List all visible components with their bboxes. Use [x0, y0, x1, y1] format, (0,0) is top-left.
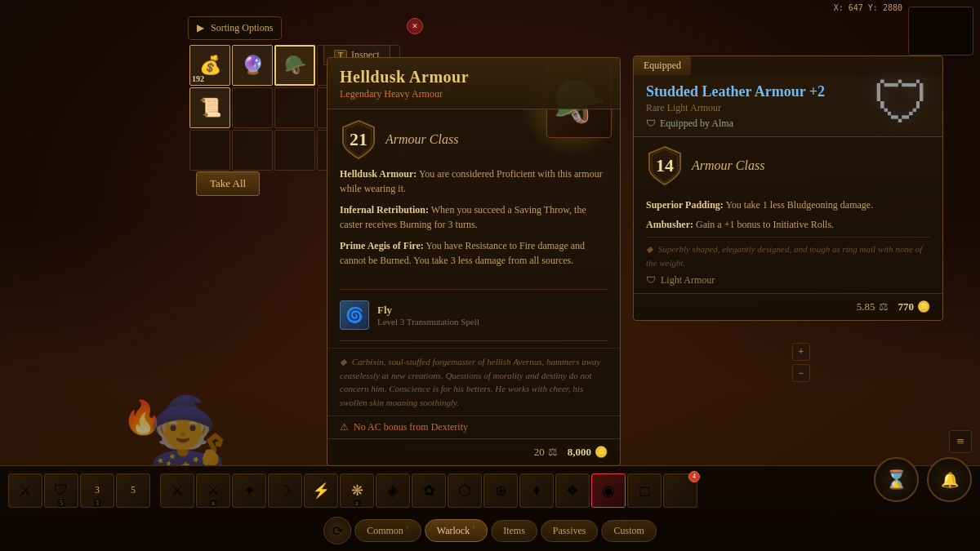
- item-panel-helldusk: 🪖 Helldusk Armour Legendary Heavy Armour…: [327, 57, 621, 466]
- grid-cell-empty3[interactable]: [232, 87, 273, 128]
- warning-icon: ⚠: [340, 421, 349, 433]
- item-type: Legendary Heavy Armour: [340, 88, 608, 100]
- armour-tag-row: 🛡 Light Armour: [646, 274, 930, 287]
- skill-left-2[interactable]: 🛡5: [44, 473, 78, 508]
- sorting-options-panel[interactable]: ▶ Sorting Options: [188, 16, 282, 40]
- skill-main-2[interactable]: ⚔x: [196, 473, 230, 508]
- skill-main-5[interactable]: ⚡: [304, 473, 338, 508]
- equipped-gold: 770 🪙: [898, 300, 931, 313]
- skill-left-4[interactable]: 5: [116, 473, 150, 508]
- item-header: Helldusk Armour Legendary Heavy Armour: [327, 58, 620, 109]
- armour-tag-icon: 🛡: [646, 274, 656, 287]
- spell-subtype: Level 3 Transmutation Spell: [377, 317, 479, 327]
- equipped-description: Superior Padding: You take 1 less Bludge…: [646, 198, 930, 232]
- spell-icon-fly: 🌀: [340, 300, 369, 330]
- sorting-label: Sorting Options: [211, 22, 273, 33]
- skill-badge: 4: [688, 471, 700, 482]
- ambusher-text: Ambusher: Gain a +1 bonus to Initiative …: [646, 217, 930, 232]
- tab-items[interactable]: Items: [491, 520, 537, 542]
- skill-main-6[interactable]: ❋z: [340, 473, 374, 508]
- equipped-footer: 5.85 ⚖ 770 🪙: [634, 293, 942, 320]
- tab-warlock[interactable]: Warlock ↑: [425, 519, 488, 542]
- grid-cell-scroll[interactable]: 📜: [189, 87, 230, 128]
- bottom-right-controls: ⌛ 🔔: [874, 457, 972, 502]
- divider2: [340, 340, 608, 341]
- equipped-weight-icon: ⚖: [879, 300, 889, 313]
- grid-cell-empty7[interactable]: [189, 130, 230, 171]
- tab-icon-cycle[interactable]: ⟳: [323, 517, 351, 544]
- equipped-panel: Equipped 🛡 Studded Leather Armour +2 Rar…: [633, 56, 943, 321]
- skill-main-3[interactable]: ✦: [232, 473, 266, 508]
- weight-icon: ⚖: [548, 446, 558, 459]
- grid-cell-empty8[interactable]: [232, 130, 273, 171]
- scroll-plus-button[interactable]: +: [792, 343, 810, 361]
- skill-main-11[interactable]: ♦: [519, 473, 554, 508]
- tab-custom[interactable]: Custom: [602, 520, 657, 542]
- hourglass-icon: ⌛: [885, 469, 907, 491]
- tab-common[interactable]: Common ↑: [354, 519, 421, 542]
- equipped-by-text: Equipped by Alma: [660, 118, 733, 130]
- equipped-ac-label: Armour Class: [692, 158, 764, 173]
- item-weight: 20 ⚖: [534, 446, 558, 459]
- item-gold: 8,000 🪙: [568, 446, 608, 459]
- skill-main-8[interactable]: ✿: [412, 473, 446, 508]
- character-tabs: ⟳ Common ↑ Warlock ↑ Items Passives Cust…: [323, 517, 657, 544]
- hourglass-button[interactable]: ⌛: [874, 457, 919, 502]
- close-button[interactable]: ×: [407, 18, 423, 34]
- scroll-minus-button[interactable]: −: [792, 364, 810, 382]
- grid-cell-gold[interactable]: 💰 192: [189, 45, 230, 86]
- coin-button[interactable]: 🔔: [927, 457, 972, 502]
- property-helldusk-text: Helldusk Armour: You are considered Prof…: [340, 167, 608, 196]
- property-helldusk-name: Helldusk Armour:: [340, 168, 416, 180]
- coordinates-display: X: 647 Y: 2880: [834, 3, 902, 12]
- minimap[interactable]: [908, 7, 973, 56]
- grid-cell-selected[interactable]: 🪖: [274, 45, 315, 86]
- ambusher-name: Ambusher:: [646, 219, 693, 230]
- lore-text: ◆ Carbixin, soul-stuffed forgemaster of …: [327, 348, 620, 415]
- armor-preview: 🛡: [866, 60, 936, 146]
- bottom-bar: ⚔ 🛡5 33 5 ⚔ ⚔x ✦ ☽ ⚡ ❋z ◈ ✿ ⬡ ⊕ ♦ ❖ ◉ ◻ …: [0, 465, 980, 551]
- equipped-gold-icon: 🪙: [917, 300, 930, 313]
- skill-main-15[interactable]: 4: [663, 473, 697, 508]
- skill-main-9[interactable]: ⬡: [448, 473, 482, 508]
- grid-cell-empty4[interactable]: [274, 87, 315, 128]
- ac-shield: 21: [340, 119, 377, 160]
- equipped-ac-value: 14: [656, 155, 674, 176]
- gold-value: 8,000: [568, 446, 591, 459]
- spell-info: Fly Level 3 Transmutation Spell: [377, 304, 479, 327]
- skill-main-7[interactable]: ◈: [376, 473, 410, 508]
- property-prime-text: Prime Aegis of Fire: You have Resistance…: [340, 238, 608, 268]
- skill-left-3[interactable]: 33: [80, 473, 114, 508]
- item-name: Helldusk Armour: [340, 68, 608, 87]
- grid-cell-empty9[interactable]: [274, 130, 315, 171]
- equipped-flavour-text: ◆ Superbly shaped, elegantly designed, a…: [646, 237, 930, 269]
- skill-main-4[interactable]: ☽: [268, 473, 302, 508]
- warning-row: ⚠ No AC bonus from Dexterity: [327, 415, 620, 438]
- superior-padding-name: Superior Padding:: [646, 199, 724, 211]
- lore-icon: ◆: [340, 357, 346, 367]
- gold-count: 192: [192, 74, 204, 83]
- lore-content: Carbixin, soul-stuffed forgemaster of he…: [340, 357, 600, 407]
- grid-cell-item2[interactable]: 🔮: [232, 45, 273, 86]
- skill-main-1[interactable]: ⚔: [160, 473, 194, 508]
- equipped-content: Superior Padding: You take 1 less Bludge…: [634, 191, 942, 293]
- skill-main-14[interactable]: ◻: [627, 473, 662, 508]
- take-all-button[interactable]: Take All: [196, 171, 260, 196]
- ac-value: 21: [350, 129, 368, 150]
- panel-scroll-controls: + −: [792, 343, 810, 382]
- equipped-tab-label: Equipped: [634, 56, 691, 75]
- skill-bar: ⚔ 🛡5 33 5 ⚔ ⚔x ✦ ☽ ⚡ ❋z ◈ ✿ ⬡ ⊕ ♦ ❖ ◉ ◻ …: [8, 472, 972, 509]
- property-infernal-text: Infernal Retribution: When you succeed a…: [340, 202, 608, 232]
- skill-main-13[interactable]: ◉: [591, 473, 626, 508]
- skill-main-10[interactable]: ⊕: [483, 473, 518, 508]
- item-footer: 20 ⚖ 8,000 🪙: [327, 438, 620, 465]
- skill-main-12[interactable]: ❖: [555, 473, 590, 508]
- bell-icon: 🔔: [941, 471, 959, 489]
- ac-label: Armour Class: [385, 132, 458, 147]
- settings-button[interactable]: ≡: [949, 430, 972, 453]
- tab-passives[interactable]: Passives: [541, 520, 599, 542]
- weight-value: 20: [534, 446, 545, 459]
- equipped-ac-section: 14 Armour Class: [646, 145, 930, 186]
- spell-name: Fly: [377, 304, 479, 317]
- skill-left-1[interactable]: ⚔: [8, 473, 42, 508]
